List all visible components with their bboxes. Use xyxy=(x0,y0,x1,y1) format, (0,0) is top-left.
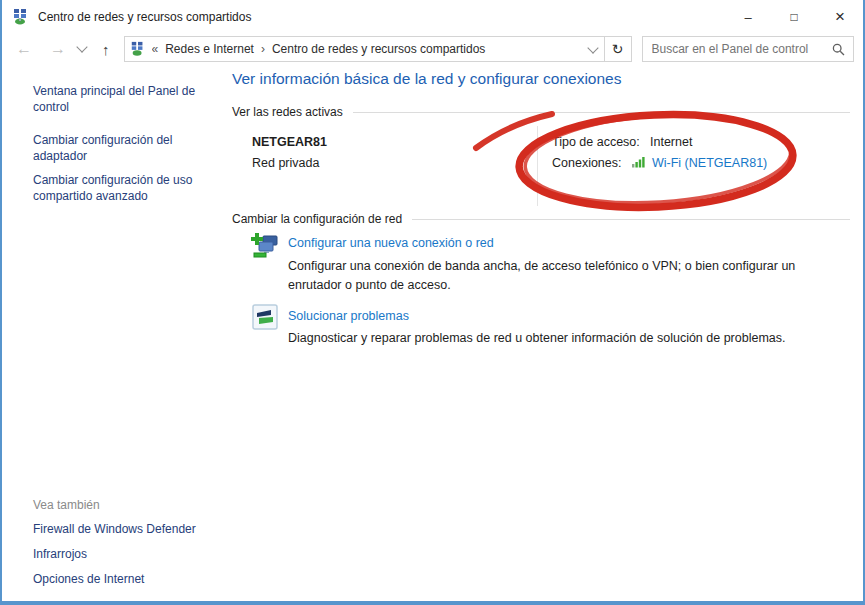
breadcrumb-item-redes-e-internet[interactable]: Redes e Internet xyxy=(165,42,254,56)
network-sharing-center-window: Centro de redes y recursos compartidos –… xyxy=(0,0,865,605)
setup-new-connection-link[interactable]: Configurar una nueva conexión o red xyxy=(288,236,494,250)
sidebar-item-infrared[interactable]: Infrarrojos xyxy=(33,547,196,561)
breadcrumb-separator-icon: › xyxy=(261,42,265,56)
breadcrumb-prefix: « xyxy=(152,42,159,56)
breadcrumb-item-current-page[interactable]: Centro de redes y recursos compartidos xyxy=(272,42,485,56)
address-dropdown-chevron-icon[interactable] xyxy=(582,37,604,61)
network-name: NETGEAR81 xyxy=(252,135,327,149)
troubleshoot-icon xyxy=(252,304,278,334)
forward-button[interactable]: → xyxy=(50,41,66,57)
recent-pages-chevron-icon[interactable] xyxy=(76,41,87,52)
search-icon[interactable] xyxy=(832,43,845,56)
sidebar-item-control-panel-home[interactable]: Ventana principal del Panel de control xyxy=(33,83,211,115)
troubleshoot-problems-description: Diagnosticar y reparar problemas de red … xyxy=(288,331,786,345)
navigation-bar: ← → ↑ « Redes e Internet › Centro de red… xyxy=(2,34,863,64)
section-divider xyxy=(353,112,850,113)
access-type-label: Tipo de acceso: xyxy=(552,135,640,149)
minimize-button[interactable]: – xyxy=(725,0,771,34)
address-bar[interactable]: « Redes e Internet › Centro de redes y r… xyxy=(124,36,632,62)
setup-new-connection-description: Configurar una conexión de banda ancha, … xyxy=(288,257,842,295)
see-also-header: Vea también xyxy=(33,498,196,512)
section-divider xyxy=(412,219,850,220)
sidebar: Ventana principal del Panel de control C… xyxy=(2,64,230,597)
window-controls: – □ × xyxy=(725,0,863,34)
change-network-settings-section-header: Cambiar la configuración de red xyxy=(232,212,850,226)
close-button[interactable]: × xyxy=(817,0,863,34)
see-also-section: Vea también Firewall de Windows Defender… xyxy=(33,498,196,597)
network-column-divider xyxy=(537,126,538,206)
up-button[interactable]: ↑ xyxy=(102,42,110,57)
page-title: Ver información básica de la red y confi… xyxy=(232,70,621,88)
back-button[interactable]: ← xyxy=(16,41,32,57)
new-connection-icon xyxy=(250,231,280,265)
main-content: Ver información básica de la red y confi… xyxy=(230,64,854,601)
address-bar-network-icon xyxy=(130,41,146,57)
wifi-signal-icon xyxy=(632,154,648,172)
connections-label: Conexiones: xyxy=(552,156,622,170)
network-sharing-center-icon xyxy=(12,8,30,26)
window-title: Centro de redes y recursos compartidos xyxy=(38,10,251,24)
sidebar-item-advanced-sharing-settings[interactable]: Cambiar configuración de uso compartido … xyxy=(33,172,211,204)
sidebar-item-windows-defender-firewall[interactable]: Firewall de Windows Defender xyxy=(33,522,196,536)
sidebar-item-internet-options[interactable]: Opciones de Internet xyxy=(33,572,196,586)
breadcrumb: « Redes e Internet › Centro de redes y r… xyxy=(152,42,582,56)
refresh-button[interactable]: ↻ xyxy=(604,37,631,61)
active-networks-label: Ver las redes activas xyxy=(232,105,343,119)
troubleshoot-problems-link[interactable]: Solucionar problemas xyxy=(288,309,409,323)
access-type-value: Internet xyxy=(650,135,692,149)
maximize-button[interactable]: □ xyxy=(771,0,817,34)
change-network-settings-label: Cambiar la configuración de red xyxy=(232,212,402,226)
title-bar: Centro de redes y recursos compartidos –… xyxy=(2,0,863,34)
sidebar-item-change-adapter-settings[interactable]: Cambiar configuración del adaptador xyxy=(33,132,211,164)
network-type: Red privada xyxy=(252,156,319,170)
wifi-connection-link[interactable]: Wi-Fi (NETGEAR81) xyxy=(652,156,767,170)
search-box[interactable] xyxy=(642,36,855,62)
search-input[interactable] xyxy=(643,42,833,56)
active-networks-section-header: Ver las redes activas xyxy=(232,105,850,119)
